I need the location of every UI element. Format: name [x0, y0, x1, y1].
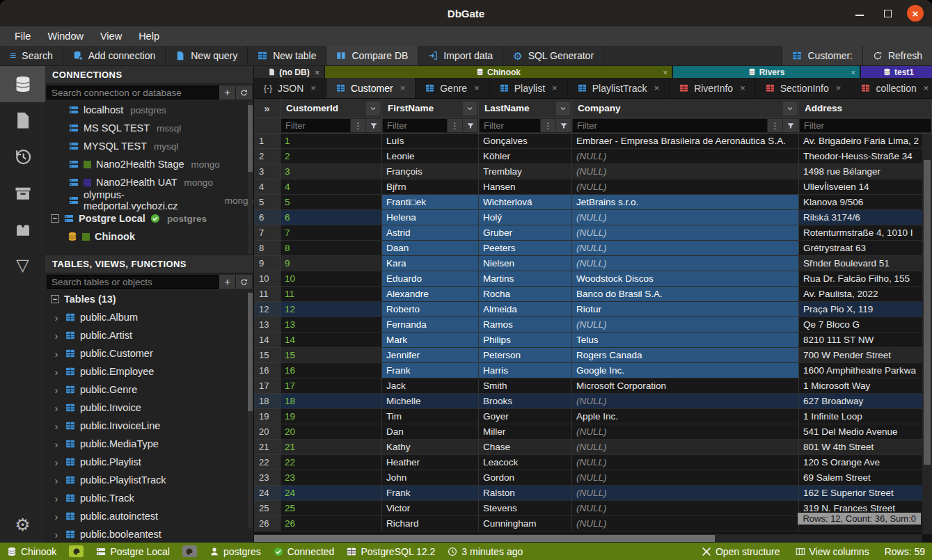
files-rail-icon[interactable] — [0, 102, 45, 138]
row-number[interactable]: 2 — [254, 149, 281, 164]
row-number[interactable]: 7 — [254, 225, 281, 241]
cell-customerid[interactable]: 13 — [281, 317, 382, 333]
plugins-rail-icon[interactable] — [0, 211, 45, 247]
cell-firstname[interactable]: Daan — [382, 241, 479, 256]
cell-lastname[interactable]: Stevens — [479, 501, 572, 516]
close-icon[interactable]: × — [315, 68, 319, 77]
cell-company[interactable]: Google Inc. — [572, 363, 799, 378]
cell-lastname[interactable]: Smith — [479, 378, 572, 394]
tab-group-test1[interactable]: test1 — [861, 66, 932, 78]
cell-firstname[interactable]: Jack — [382, 378, 479, 394]
import-data-button[interactable]: Import data — [418, 46, 503, 65]
column-dropdown-button[interactable] — [366, 102, 380, 115]
cell-lastname[interactable]: Ramos — [479, 317, 572, 333]
row-number[interactable]: 9 — [254, 256, 281, 271]
cell-lastname[interactable]: Martins — [479, 271, 572, 287]
cell-address[interactable]: Qe 7 Bloco G — [799, 317, 932, 333]
cell-address[interactable]: 801 W 4th Street — [799, 440, 932, 455]
column-dropdown-button[interactable] — [556, 102, 570, 115]
expand-chevron-icon[interactable]: › — [52, 312, 61, 323]
cell-firstname[interactable]: Bjřrn — [382, 179, 479, 195]
tab-group-Chinook[interactable]: Chinook× — [325, 66, 672, 78]
column-dropdown-button[interactable] — [463, 102, 477, 115]
cell-company[interactable]: (NULL) — [572, 486, 799, 501]
close-icon[interactable]: × — [924, 83, 929, 93]
cell-customerid[interactable]: 21 — [281, 440, 382, 455]
cell-company[interactable]: (NULL) — [572, 317, 799, 333]
cell-firstname[interactable]: Tim — [382, 409, 479, 424]
cell-customerid[interactable]: 25 — [281, 501, 382, 516]
close-icon[interactable]: × — [663, 68, 668, 77]
cell-customerid[interactable]: 11 — [281, 287, 382, 302]
cell-firstname[interactable]: Mark — [382, 333, 479, 348]
refresh-connections-button[interactable] — [235, 86, 252, 99]
cell-address[interactable]: Sřnder Boulevard 51 — [799, 256, 932, 271]
cell-firstname[interactable]: Dan — [382, 424, 479, 440]
expand-all-button[interactable]: » — [254, 99, 281, 118]
cell-lastname[interactable]: Gruber — [479, 225, 572, 241]
row-number[interactable]: 23 — [254, 470, 281, 486]
cell-address[interactable]: 8210 111 ST NW — [799, 333, 932, 348]
cell-company[interactable]: (NULL) — [572, 149, 799, 164]
cell-lastname[interactable]: Chase — [479, 440, 572, 455]
cell-company[interactable]: Telus — [572, 333, 799, 348]
tab-group-Rivers[interactable]: Rivers× — [673, 66, 860, 78]
open-structure-button[interactable]: Open structure — [702, 546, 780, 557]
cell-lastname[interactable]: Almeida — [479, 302, 572, 317]
cell-firstname[interactable]: Kathy — [382, 440, 479, 455]
cell-customerid[interactable]: 2 — [281, 149, 382, 164]
cell-firstname[interactable]: Luís — [382, 134, 479, 149]
close-icon[interactable]: × — [552, 83, 558, 93]
filter-menu-button[interactable]: ⋮ — [768, 119, 782, 132]
cell-lastname[interactable]: Ralston — [479, 486, 572, 501]
cell-firstname[interactable]: Michelle — [382, 394, 479, 409]
column-header-firstname[interactable]: FirstName — [382, 99, 479, 118]
tab-json[interactable]: {-}JSON× — [254, 78, 326, 98]
cell-address[interactable]: 541 Del Medio Avenue — [799, 424, 932, 440]
cell-customerid[interactable]: 26 — [281, 516, 382, 531]
cell-address[interactable]: 120 S Orange Ave — [799, 455, 932, 470]
funnel-icon[interactable] — [556, 119, 571, 132]
cell-customerid[interactable]: 23 — [281, 470, 382, 486]
cell-firstname[interactable]: Helena — [382, 210, 479, 225]
table-tree-item[interactable]: ›public.autoinctest — [45, 507, 253, 525]
filter-input[interactable] — [573, 119, 767, 132]
row-number[interactable]: 19 — [254, 409, 281, 424]
cell-customerid[interactable]: 5 — [281, 195, 382, 210]
cell-lastname[interactable]: Goyer — [479, 409, 572, 424]
funnel-icon[interactable] — [783, 119, 798, 132]
cell-company[interactable]: (NULL) — [572, 455, 799, 470]
cell-address[interactable]: Rilská 3174/6 — [799, 210, 932, 225]
new-query-button[interactable]: New query — [166, 46, 248, 65]
connection-item[interactable]: MYSQL TESTmysql — [45, 137, 253, 155]
cell-address[interactable]: Rotenturmstraße 4, 1010 I — [799, 225, 932, 241]
cell-firstname[interactable]: Jennifer — [382, 348, 479, 363]
tab-group-noDB[interactable]: (no DB)× — [254, 66, 324, 78]
cell-company[interactable]: Woodstock Discos — [572, 271, 799, 287]
cell-lastname[interactable]: Peterson — [479, 348, 572, 363]
tab-customer[interactable]: Customer× — [326, 78, 416, 98]
row-number[interactable]: 25 — [254, 501, 281, 516]
settings-rail-icon[interactable]: ⚙ — [0, 506, 45, 543]
cell-company[interactable]: (NULL) — [572, 256, 799, 271]
cell-firstname[interactable]: François — [382, 164, 479, 179]
cell-customerid[interactable]: 18 — [281, 394, 382, 409]
cell-company[interactable]: Embraer - Empresa Brasileira de Aeronáut… — [572, 134, 799, 149]
tab-sectioninfo[interactable]: SectionInfo× — [756, 78, 852, 98]
connection-item[interactable]: Chinook — [45, 227, 253, 246]
cell-firstname[interactable]: Franti□ek — [382, 195, 479, 210]
tables-scrollbar[interactable] — [248, 291, 253, 528]
cell-company[interactable]: (NULL) — [572, 225, 799, 241]
cell-customerid[interactable]: 22 — [281, 455, 382, 470]
close-icon[interactable]: × — [836, 83, 842, 93]
cell-company[interactable]: Microsoft Corporation — [572, 378, 799, 394]
cell-firstname[interactable]: Leonie — [382, 149, 479, 164]
cell-lastname[interactable]: Nielsen — [479, 256, 572, 271]
cell-firstname[interactable]: Roberto — [382, 302, 479, 317]
sql-generator-button[interactable]: ⚙SQL Generator — [503, 46, 604, 65]
connections-rail-icon[interactable] — [0, 66, 45, 102]
cell-firstname[interactable]: Fernanda — [382, 317, 479, 333]
cell-firstname[interactable]: Victor — [382, 501, 479, 516]
compare-db-button[interactable]: Compare DB — [326, 46, 418, 65]
cell-lastname[interactable]: Leacock — [479, 455, 572, 470]
